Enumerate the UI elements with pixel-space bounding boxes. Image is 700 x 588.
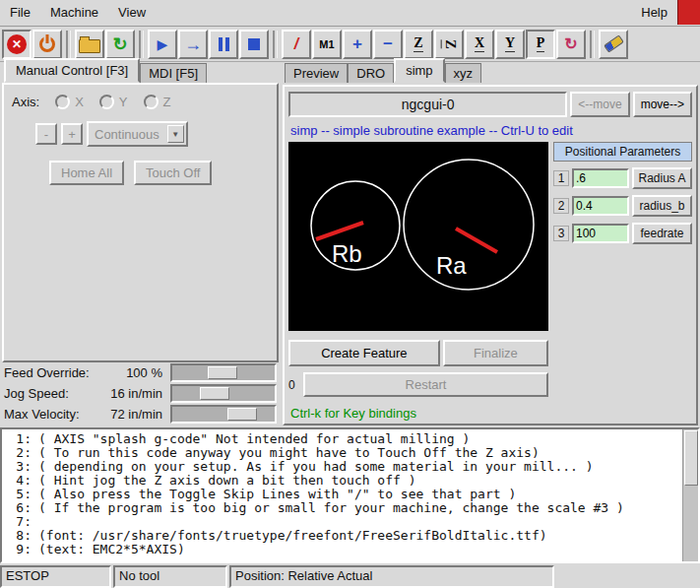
param-number: 1 xyxy=(553,170,569,186)
view-front-button[interactable]: Y xyxy=(495,30,525,59)
ngcgui-frame: ngcgui-0 <--move move--> simp -- simple … xyxy=(283,85,698,425)
line-text: ( Hint jog the Z axis down a bit then to… xyxy=(38,473,416,488)
radio-circle-icon xyxy=(55,95,70,109)
estop-button[interactable]: ✕ xyxy=(2,30,32,59)
step-icon: → xyxy=(184,35,202,53)
stop-button[interactable] xyxy=(239,30,269,59)
close-button[interactable] xyxy=(677,0,700,25)
menu-view[interactable]: View xyxy=(108,0,156,26)
gcode-line: 6:( If the program is too big or small f… xyxy=(6,501,698,515)
ngcgui-name-entry[interactable]: ngcgui-0 xyxy=(288,92,567,117)
param-radius-a-input[interactable] xyxy=(572,168,629,188)
scrollbar-thumb[interactable] xyxy=(684,430,698,486)
line-text: ( AXIS "splash g-code" Not intended for … xyxy=(38,431,470,446)
manual-control-frame: Axis: X Y Z - + xyxy=(2,83,279,362)
line-text: ( Also press the Toggle Skip Lines with … xyxy=(38,487,516,501)
skip-lines-icon: / xyxy=(294,36,298,52)
axis-radio-x[interactable]: X xyxy=(55,95,84,109)
run-icon: ▶ xyxy=(158,37,168,51)
optional-stop-button[interactable]: M1 xyxy=(312,30,342,59)
tab-manual-control[interactable]: Manual Control [F3] xyxy=(4,58,140,83)
statusbar: ESTOP No tool Position: Relative Actual xyxy=(0,565,700,588)
jog-speed-row: Jog Speed: 16 in/min xyxy=(2,383,277,403)
menubar: File Machine View Help xyxy=(0,0,700,27)
tab-xyz[interactable]: xyz xyxy=(445,63,482,83)
jog-plus-button[interactable]: + xyxy=(61,123,83,145)
reload-file-button[interactable]: ↻ xyxy=(105,30,135,59)
clear-plot-button[interactable] xyxy=(599,30,628,59)
feature-buttons-row: Create Feature Finalize xyxy=(288,340,548,366)
param-row: 2 radius_b xyxy=(553,195,692,217)
tab-preview[interactable]: Preview xyxy=(285,63,348,83)
jog-speed-slider[interactable] xyxy=(170,384,277,403)
toolbar-separator xyxy=(590,31,595,58)
jog-mode-select[interactable]: Continuous ▼ xyxy=(87,121,188,147)
view-rotated-top-button[interactable]: Z xyxy=(434,30,464,59)
toggle-skip-lines-button[interactable]: / xyxy=(282,30,311,59)
line-number: 2: xyxy=(6,446,32,460)
max-velocity-slider[interactable] xyxy=(170,405,277,424)
menubar-spacer xyxy=(156,0,631,26)
param-feedrate-input[interactable] xyxy=(572,224,629,243)
finalize-button[interactable]: Finalize xyxy=(443,340,548,366)
gcode-scrollbar[interactable] xyxy=(682,429,698,561)
radio-circle-icon xyxy=(99,95,114,109)
axis-y-label: Y xyxy=(119,95,128,109)
line-number: 8: xyxy=(6,529,32,543)
menu-help[interactable]: Help xyxy=(631,0,677,26)
rotate-view-button[interactable]: ↻ xyxy=(556,30,586,59)
move-right-button[interactable]: move--> xyxy=(633,92,692,117)
right-tabs: Preview DRO simp xyz xyxy=(285,61,700,83)
preview-panel: Preview DRO simp xyz ngcgui-0 <--move mo… xyxy=(281,61,700,427)
machine-power-button[interactable] xyxy=(32,30,62,59)
reload-icon: ↻ xyxy=(112,35,127,53)
large-circle xyxy=(404,160,534,290)
radio-circle-icon xyxy=(144,95,159,109)
slider-handle[interactable] xyxy=(227,408,257,421)
run-button[interactable]: ▶ xyxy=(148,30,177,59)
line-text: ( To run this code anyway you might have… xyxy=(38,445,540,460)
axis-radio-z[interactable]: Z xyxy=(144,95,171,109)
menu-machine[interactable]: Machine xyxy=(40,0,108,26)
zoom-in-button[interactable]: + xyxy=(343,30,372,59)
view-top-button[interactable]: Z xyxy=(404,30,433,59)
param-number: 3 xyxy=(553,226,569,241)
line-number: 6: xyxy=(6,501,32,515)
axis-row: Axis: X Y Z xyxy=(12,95,269,109)
feed-override-slider[interactable] xyxy=(170,363,277,382)
slider-handle[interactable] xyxy=(200,387,229,400)
line-number: 1: xyxy=(6,432,32,446)
restart-button[interactable]: Restart xyxy=(303,372,548,397)
view-side-icon: X xyxy=(475,36,484,52)
ngcgui-header-row: ngcgui-0 <--move move--> xyxy=(288,92,692,117)
sliders-section: Feed Override: 100 % Jog Speed: 16 in/mi… xyxy=(0,362,279,425)
zoom-out-button[interactable]: − xyxy=(373,30,403,59)
slider-handle[interactable] xyxy=(208,366,237,379)
pause-button[interactable] xyxy=(209,30,238,59)
estop-icon: ✕ xyxy=(7,34,27,54)
tab-simp[interactable]: simp xyxy=(394,58,444,83)
clear-plot-icon xyxy=(604,34,624,52)
create-feature-button[interactable]: Create Feature xyxy=(288,340,440,366)
jog-speed-label: Jog Speed: xyxy=(2,386,97,401)
view-perspective-button[interactable]: P xyxy=(526,30,555,59)
param-radius-b-input[interactable] xyxy=(572,196,629,216)
jog-mode-value: Continuous xyxy=(95,127,159,142)
view-side-button[interactable]: X xyxy=(465,30,494,59)
estop-status: ESTOP xyxy=(0,565,111,588)
tab-mdi[interactable]: MDI [F5] xyxy=(140,63,207,83)
step-button[interactable]: → xyxy=(178,30,208,59)
gcode-listing[interactable]: 1:( AXIS "splash g-code" Not intended fo… xyxy=(0,427,700,563)
touch-off-button[interactable]: Touch Off xyxy=(134,161,212,185)
line-text: ( depending on your setup. As if you had… xyxy=(38,459,594,474)
jog-minus-button[interactable]: - xyxy=(35,123,57,145)
gcode-line: 9:(text: EMC2*5*AXIS) xyxy=(6,543,698,556)
axis-radio-y[interactable]: Y xyxy=(99,95,128,109)
move-left-button[interactable]: <--move xyxy=(570,92,629,117)
menu-file[interactable]: File xyxy=(0,0,40,26)
radius-a-label: Ra xyxy=(436,252,467,279)
home-all-button[interactable]: Home All xyxy=(49,161,124,185)
open-file-button[interactable] xyxy=(75,30,104,59)
tab-dro[interactable]: DRO xyxy=(348,63,394,83)
max-velocity-row: Max Velocity: 72 in/min xyxy=(2,404,277,424)
